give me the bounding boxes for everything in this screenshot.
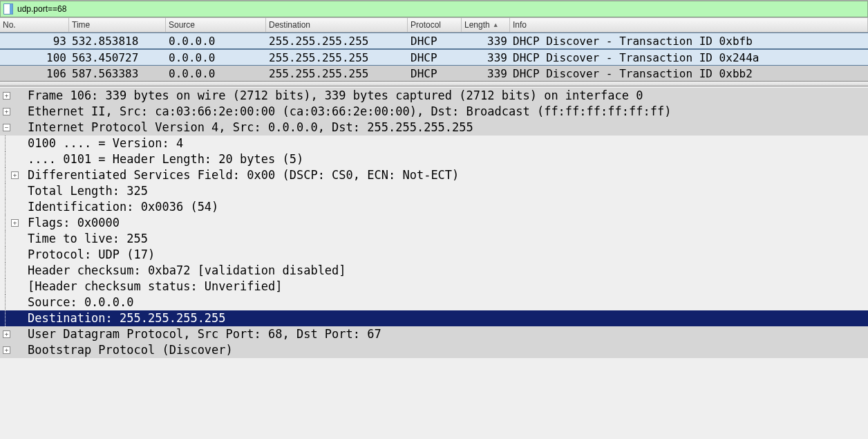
tree-item-ip-dscp[interactable]: + Differentiated Services Field: 0x00 (D…: [0, 167, 868, 183]
packet-row[interactable]: 106 587.563383 0.0.0.0 255.255.255.255 D…: [0, 66, 868, 81]
tree-item-label: Frame 106: 339 bytes on wire (2712 bits)…: [28, 88, 868, 104]
tree-item-label: Flags: 0x0000: [28, 215, 868, 231]
tree-item-ip-version[interactable]: 0100 .... = Version: 4: [0, 136, 868, 151]
cell-length: 339: [462, 50, 510, 65]
tree-item-ip-identification[interactable]: Identification: 0x0036 (54): [0, 199, 868, 215]
tree-item-label: User Datagram Protocol, Src Port: 68, Ds…: [28, 326, 868, 342]
display-filter-bar[interactable]: udp.port==68: [0, 1, 868, 17]
cell-destination: 255.255.255.255: [266, 33, 408, 48]
tree-item-ip[interactable]: − Internet Protocol Version 4, Src: 0.0.…: [0, 120, 868, 136]
expand-icon[interactable]: +: [11, 219, 19, 227]
tree-item-ip-ttl[interactable]: Time to live: 255: [0, 231, 868, 247]
cell-no: 100: [0, 50, 69, 65]
cell-time: 532.853818: [69, 33, 166, 48]
tree-item-ip-flags[interactable]: + Flags: 0x0000: [0, 215, 868, 231]
cell-info: DHCP Discover - Transaction ID 0xbfb: [510, 33, 868, 48]
tree-item-label: .... 0101 = Header Length: 20 bytes (5): [28, 151, 868, 167]
cell-destination: 255.255.255.255: [266, 50, 408, 65]
expand-icon[interactable]: +: [3, 92, 10, 100]
tree-item-udp[interactable]: + User Datagram Protocol, Src Port: 68, …: [0, 326, 868, 342]
cell-source: 0.0.0.0: [166, 50, 266, 65]
tree-item-ip-checksum-status[interactable]: [Header checksum status: Unverified]: [0, 279, 868, 295]
expand-icon[interactable]: +: [11, 171, 19, 179]
tree-item-label: Identification: 0x0036 (54): [28, 199, 868, 215]
packet-list-header[interactable]: No. Time Source Destination Protocol Len…: [0, 18, 868, 32]
column-header-destination[interactable]: Destination: [266, 18, 408, 32]
cell-protocol: DHCP: [408, 33, 462, 48]
sort-ascending-icon: ▲: [493, 21, 499, 28]
packet-row[interactable]: 93 532.853818 0.0.0.0 255.255.255.255 DH…: [0, 32, 868, 49]
tree-item-label: Bootstrap Protocol (Discover): [28, 342, 868, 358]
tree-item-ip-source[interactable]: Source: 0.0.0.0: [0, 295, 868, 310]
cell-no: 93: [0, 33, 69, 48]
column-header-length[interactable]: Length ▲: [462, 18, 510, 32]
cell-destination: 255.255.255.255: [266, 66, 408, 81]
tree-item-frame[interactable]: + Frame 106: 339 bytes on wire (2712 bit…: [0, 88, 868, 104]
tree-item-ip-protocol[interactable]: Protocol: UDP (17): [0, 247, 868, 263]
column-header-protocol[interactable]: Protocol: [408, 18, 462, 32]
tree-item-label: Ethernet II, Src: ca:03:66:2e:00:00 (ca:…: [28, 104, 868, 120]
cell-info: DHCP Discover - Transaction ID 0x244a: [510, 50, 868, 65]
cell-protocol: DHCP: [408, 50, 462, 65]
packet-details-tree[interactable]: + Frame 106: 339 bytes on wire (2712 bit…: [0, 86, 868, 439]
cell-length: 339: [462, 33, 510, 48]
column-header-length-label: Length: [464, 20, 490, 30]
tree-item-ip-total-length[interactable]: Total Length: 325: [0, 183, 868, 199]
tree-item-label: Time to live: 255: [28, 231, 868, 247]
packet-list: No. Time Source Destination Protocol Len…: [0, 17, 868, 81]
tree-item-label: Differentiated Services Field: 0x00 (DSC…: [28, 167, 868, 183]
tree-item-bootp[interactable]: + Bootstrap Protocol (Discover): [0, 342, 868, 358]
display-filter-text[interactable]: udp.port==68: [17, 4, 66, 14]
cell-time: 587.563383: [69, 66, 166, 81]
column-header-time[interactable]: Time: [69, 18, 166, 32]
cell-protocol: DHCP: [408, 66, 462, 81]
cell-info: DHCP Discover - Transaction ID 0xbb2: [510, 66, 868, 81]
tree-item-ip-header-length[interactable]: .... 0101 = Header Length: 20 bytes (5): [0, 151, 868, 167]
tree-item-label: [Header checksum status: Unverified]: [28, 279, 868, 295]
bookmark-icon[interactable]: [3, 3, 13, 15]
tree-item-label: Destination: 255.255.255.255: [28, 310, 868, 326]
tree-item-ethernet[interactable]: + Ethernet II, Src: ca:03:66:2e:00:00 (c…: [0, 104, 868, 120]
cell-source: 0.0.0.0: [166, 66, 266, 81]
column-header-source[interactable]: Source: [166, 18, 266, 32]
expand-icon[interactable]: +: [3, 330, 10, 338]
pane-splitter[interactable]: [0, 81, 868, 86]
packet-list-body[interactable]: 93 532.853818 0.0.0.0 255.255.255.255 DH…: [0, 32, 868, 81]
expand-icon[interactable]: +: [3, 346, 10, 354]
tree-item-label: Total Length: 325: [28, 183, 868, 199]
tree-item-ip-destination[interactable]: Destination: 255.255.255.255: [0, 310, 868, 326]
cell-length: 339: [462, 66, 510, 81]
tree-item-label: Header checksum: 0xba72 [validation disa…: [28, 263, 868, 279]
tree-item-label: Internet Protocol Version 4, Src: 0.0.0.…: [28, 120, 868, 136]
tree-item-ip-header-checksum[interactable]: Header checksum: 0xba72 [validation disa…: [0, 263, 868, 279]
column-header-info[interactable]: Info: [510, 18, 868, 32]
expand-icon[interactable]: +: [3, 108, 10, 115]
collapse-icon[interactable]: −: [3, 124, 10, 131]
tree-item-label: Protocol: UDP (17): [28, 247, 868, 263]
tree-item-label: 0100 .... = Version: 4: [28, 136, 868, 151]
packet-row[interactable]: 100 563.450727 0.0.0.0 255.255.255.255 D…: [0, 49, 868, 66]
cell-source: 0.0.0.0: [166, 33, 266, 48]
column-header-no[interactable]: No.: [0, 18, 69, 32]
cell-no: 106: [0, 66, 69, 81]
tree-item-label: Source: 0.0.0.0: [28, 295, 868, 310]
cell-time: 563.450727: [69, 50, 166, 65]
